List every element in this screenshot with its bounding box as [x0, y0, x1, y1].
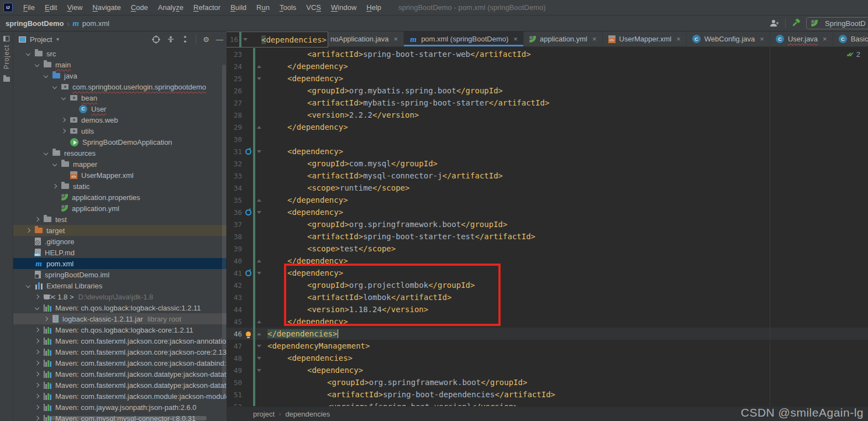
tree-item-maven-com.fasterxml.jackson.core-jackson-databind-2.1[interactable]: Maven: com.fasterxml.jackson.core:jackso… [13, 357, 227, 369]
tree-item-utils[interactable]: utils [13, 125, 227, 136]
chevron-right-icon[interactable] [61, 118, 66, 122]
tree-item-user[interactable]: CUser [13, 103, 227, 114]
maven-dependency-icon[interactable] [245, 209, 251, 215]
fold-marker-icon[interactable] [257, 257, 261, 262]
menu-analyze[interactable]: Analyze [153, 3, 188, 12]
close-tab-icon[interactable]: × [592, 35, 597, 43]
code-line-45[interactable]: 45</dependency> [227, 315, 868, 328]
code-line-24[interactable]: 24</dependency> [227, 60, 868, 72]
tree-item-springbootdemoapplication[interactable]: SpringBootDemoApplication [13, 136, 227, 148]
project-tool-window-button[interactable]: Project [3, 36, 10, 69]
tab-basiccon[interactable]: CBasicCon [833, 31, 868, 46]
tree-item-bean[interactable]: bean [13, 92, 227, 103]
fold-marker-icon[interactable] [257, 345, 261, 350]
locate-file-icon[interactable] [152, 35, 160, 44]
breadcrumb-file[interactable]: pom.xml [82, 19, 109, 28]
chevron-right-icon[interactable] [35, 416, 39, 420]
code-line-52[interactable]: 52<version>${spring-boot.version}</versi… [227, 401, 868, 406]
code-line-51[interactable]: 51<artifactId>spring-boot-dependencies</… [227, 388, 868, 401]
fold-marker-icon[interactable] [257, 357, 261, 362]
code-line-35[interactable]: 35</dependency> [227, 194, 868, 206]
tree-item-maven-com.fasterxml.jackson.datatype-jackson-datatyp[interactable]: Maven: com.fasterxml.jackson.datatype:ja… [13, 380, 227, 391]
tree-item-springbootdemo.iml[interactable]: springBootDemo.iml [13, 269, 227, 280]
chevron-right-icon[interactable] [35, 361, 39, 365]
menu-refactor[interactable]: Refactor [188, 3, 225, 12]
chevron-right-icon[interactable] [35, 294, 39, 299]
tree-item-maven-com.fasterxml.jackson.core-jackson-core-2.13.4[interactable]: Maven: com.fasterxml.jackson.core:jackso… [13, 346, 227, 357]
menu-file[interactable]: File [18, 3, 40, 12]
tree-item-main[interactable]: main [13, 59, 227, 70]
breadcrumb-project[interactable]: springBootDemo [6, 19, 64, 28]
chevron-down-icon[interactable] [35, 62, 39, 67]
close-tab-icon[interactable]: × [760, 35, 764, 43]
editor[interactable]: 23<artifactId>spring-boot-starter-web</a… [227, 47, 868, 406]
fold-marker-icon[interactable] [257, 369, 261, 374]
chevron-down-icon[interactable] [52, 162, 57, 166]
tree-item-com.springboot.userlogin.springbootdemo[interactable]: com.springboot.userlogin.springbootdemo [13, 81, 227, 92]
tree-horizontal-scrollbar[interactable] [48, 416, 207, 420]
chevron-right-icon[interactable] [35, 394, 39, 398]
tab-user-java[interactable]: CUser.java× [770, 31, 833, 46]
fold-marker-icon[interactable] [257, 124, 261, 129]
code-line-38[interactable]: 38<artifactId>spring-boot-starter-test</… [227, 230, 868, 243]
tree-item--1.8-[interactable]: < 1.8 >D:\develop\Java\jdk-1.8 [13, 291, 227, 302]
menu-tools[interactable]: Tools [275, 3, 301, 12]
fold-marker-icon[interactable] [257, 197, 261, 202]
maven-dependency-icon[interactable] [245, 270, 251, 276]
tab-application-yml[interactable]: application.yml× [524, 31, 603, 46]
code-line-37[interactable]: 37<groupId>org.springframework.boot</gro… [227, 218, 868, 230]
code-line-47[interactable]: 47<dependencyManagement> [227, 340, 868, 352]
chevron-down-icon[interactable]: ▼ [55, 37, 60, 42]
chevron-down-icon[interactable] [26, 51, 30, 56]
menu-run[interactable]: Run [251, 3, 275, 12]
fold-marker-icon[interactable] [243, 38, 248, 43]
code-line-39[interactable]: 39<scope>test</scope> [227, 243, 868, 255]
tree-item-external-libraries[interactable]: External Libraries [13, 280, 227, 291]
code-line-46[interactable]: 46</dependencies> [227, 328, 868, 340]
chevron-right-icon[interactable] [52, 184, 57, 188]
code-line-26[interactable]: 26<groupId>org.mybatis.spring.boot</grou… [227, 85, 868, 97]
chevron-right-icon[interactable] [35, 339, 39, 343]
tree-item-target[interactable]: target [13, 225, 227, 236]
close-tab-icon[interactable]: × [513, 35, 518, 43]
tree-item-application.yml[interactable]: application.yml [13, 203, 227, 214]
code-line-28[interactable]: 28<version>2.2.2</version> [227, 109, 868, 121]
hide-panel-icon[interactable]: — [216, 36, 223, 43]
tree-item-resources[interactable]: resources [13, 148, 227, 159]
close-tab-icon[interactable]: × [394, 35, 398, 43]
breadcrumb-item[interactable]: dependencies [285, 410, 330, 418]
tree-item-java[interactable]: java [13, 70, 227, 81]
menu-vcs[interactable]: VCS [301, 3, 326, 12]
chevron-down-icon[interactable] [44, 73, 48, 78]
tree-item-maven-com.fasterxml.jackson.datatype-jackson-datatyp[interactable]: Maven: com.fasterxml.jackson.datatype:ja… [13, 369, 227, 380]
menu-help[interactable]: Help [361, 3, 386, 12]
tree-item-pom.xml[interactable]: mpom.xml [13, 258, 227, 269]
code-line-44[interactable]: 44<version>1.18.24</version> [227, 303, 868, 315]
code-line-40[interactable]: 40</dependency> [227, 255, 868, 267]
menu-edit[interactable]: Edit [40, 3, 62, 12]
menu-view[interactable]: View [62, 3, 87, 12]
fold-marker-icon[interactable] [257, 150, 261, 155]
tree-item-.gitignore[interactable]: .gitignore [13, 236, 227, 247]
chevron-down-icon[interactable] [35, 306, 39, 310]
inspections-widget[interactable]: ✔✔ 2 [846, 50, 860, 59]
menu-code[interactable]: Code [126, 3, 153, 12]
code-line-48[interactable]: 48<dependencies> [227, 352, 868, 364]
close-tab-icon[interactable]: × [823, 35, 827, 43]
user-account-button[interactable]: ▼ [769, 19, 780, 28]
chevron-right-icon[interactable] [26, 228, 30, 233]
tree-item-usermapper.xml[interactable]: UserMapper.xml [13, 170, 227, 181]
collapse-all-icon[interactable] [181, 35, 189, 43]
tab-pom-xml-springbootdemo-[interactable]: mpom.xml (springBootDemo)× [404, 31, 524, 46]
tab-webconfig-java[interactable]: CWebConfig.java× [687, 31, 770, 46]
tree-item-demos.web[interactable]: demos.web [13, 114, 227, 125]
chevron-right-icon[interactable] [35, 405, 39, 409]
code-line-29[interactable]: 29</dependency> [227, 121, 868, 133]
run-configuration-select[interactable]: SpringBootD [806, 17, 868, 29]
tree-item-maven-com.fasterxml.jackson.module-jackson-module-[interactable]: Maven: com.fasterxml.jackson.module:jack… [13, 391, 227, 402]
chevron-right-icon[interactable] [61, 129, 66, 133]
tree-item-maven-ch.qos.logback-logback-classic-1.2.11[interactable]: Maven: ch.qos.logback:logback-classic:1.… [13, 302, 227, 313]
tree-item-logback-classic-1.2.11.jar[interactable]: logback-classic-1.2.11.jarlibrary root [13, 313, 227, 324]
folder-stripe-icon[interactable] [3, 77, 10, 82]
tree-item-help.md[interactable]: HELP.md [13, 247, 227, 258]
